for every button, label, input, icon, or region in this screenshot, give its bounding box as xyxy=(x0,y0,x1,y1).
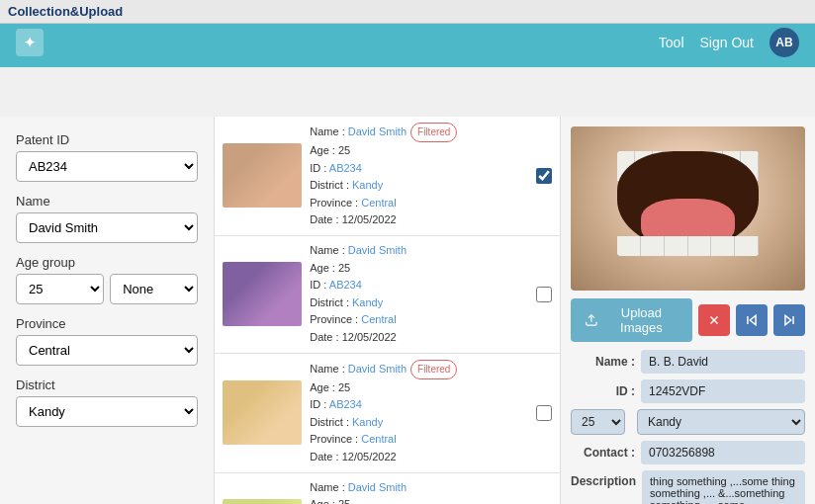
preview-image xyxy=(571,126,805,291)
detail-form: Name : ID : 25 Kandy Contact : xyxy=(571,350,805,504)
date-label-3: Date : xyxy=(310,451,341,462)
delete-button[interactable] xyxy=(698,304,730,336)
avatar[interactable]: AB xyxy=(770,28,799,57)
detail-name-label: Name : xyxy=(571,355,635,369)
name-label-1: Name : xyxy=(310,126,348,137)
item-checkbox-1[interactable] xyxy=(536,168,552,184)
item-right-3 xyxy=(536,405,552,421)
district-label-3: District : xyxy=(310,416,352,428)
image-thumb-2 xyxy=(223,262,302,326)
date-value-2: 12/05/2022 xyxy=(342,331,397,343)
upload-toolbar: Upload Images xyxy=(571,298,805,342)
detail-name-input[interactable] xyxy=(641,350,805,374)
name-value-4: David Smith xyxy=(348,481,407,493)
date-value-1: 12/05/2022 xyxy=(342,213,397,225)
district-group: District Kandy xyxy=(16,378,198,427)
age-value-3: 25 xyxy=(338,381,350,393)
upload-btn-label: Upload Images xyxy=(604,305,679,335)
image-info-4: Name : David Smith Age : 25 ID : AB234 D… xyxy=(310,479,528,505)
id-row: ID : xyxy=(571,379,805,403)
patent-id-group: Patent ID AB234 xyxy=(16,132,198,182)
image-info-3: Name : David SmithFiltered Age : 25 ID :… xyxy=(310,360,528,466)
contact-row: Contact : xyxy=(571,441,805,464)
next-button[interactable] xyxy=(773,304,805,336)
name-value-1: David Smith xyxy=(348,126,407,137)
name-value-2: David Smith xyxy=(348,244,407,256)
age-group: Age group 25 None xyxy=(16,255,198,304)
province-label-3: Province : xyxy=(310,433,361,445)
age-none-select[interactable]: None xyxy=(110,274,198,304)
image-info-1: Name : David SmithFiltered Age : 25 ID :… xyxy=(310,123,528,229)
age-value-4: 25 xyxy=(338,498,350,504)
date-label-2: Date : xyxy=(310,331,341,343)
detail-description-textarea[interactable]: thing something ,...some thing something… xyxy=(642,470,805,504)
item-checkbox-2[interactable] xyxy=(536,287,552,302)
age-label-4: Age : xyxy=(310,498,338,504)
tool-link[interactable]: Tool xyxy=(659,35,684,50)
id-label-2: ID : xyxy=(310,279,329,291)
name-label-3: Name : xyxy=(310,363,348,375)
image-list-panel: Name : David SmithFiltered Age : 25 ID :… xyxy=(215,117,561,504)
list-item: Name : David Smith Age : 25 ID : AB234 D… xyxy=(215,236,560,354)
province-value-2: Central xyxy=(361,313,396,325)
list-item: Name : David Smith Age : 25 ID : AB234 D… xyxy=(215,473,560,505)
age-label-3: Age : xyxy=(310,381,338,393)
district-select[interactable]: Kandy xyxy=(16,396,198,427)
name-group: Name David Smith xyxy=(16,194,198,243)
list-item: Name : David SmithFiltered Age : 25 ID :… xyxy=(215,354,560,473)
date-label-1: Date : xyxy=(310,213,341,225)
id-value-3: AB234 xyxy=(329,398,362,410)
detail-district-select[interactable]: Kandy xyxy=(637,409,805,435)
detail-contact-input[interactable] xyxy=(641,441,805,464)
image-thumb-1 xyxy=(223,143,302,208)
age-label-2: Age : xyxy=(310,262,338,274)
name-label-2: Name : xyxy=(310,244,348,256)
image-info-2: Name : David Smith Age : 25 ID : AB234 D… xyxy=(310,242,528,347)
close-icon xyxy=(707,313,721,327)
detail-description-label: Description xyxy=(571,470,636,488)
upload-images-button[interactable]: Upload Images xyxy=(571,298,692,342)
detail-panel: Upload Images Name : xyxy=(561,117,815,504)
item-checkbox-3[interactable] xyxy=(536,405,552,421)
province-select[interactable]: Central xyxy=(16,335,198,366)
sign-out-link[interactable]: Sign Out xyxy=(700,35,754,50)
detail-id-label: ID : xyxy=(571,384,635,398)
item-right-2 xyxy=(536,287,552,302)
province-label-2: Province : xyxy=(310,313,361,325)
age-label-1: Age : xyxy=(310,144,338,156)
upload-icon xyxy=(585,312,598,328)
image-thumb-3 xyxy=(223,380,302,445)
province-group: Province Central xyxy=(16,316,198,366)
district-label-2: District : xyxy=(310,296,352,308)
name-label-4: Name : xyxy=(310,481,348,493)
age-district-row: 25 Kandy xyxy=(571,409,805,435)
id-label-3: ID : xyxy=(310,398,329,410)
age-select[interactable]: 25 xyxy=(16,274,104,304)
list-item: Name : David SmithFiltered Age : 25 ID :… xyxy=(215,117,560,236)
id-label-1: ID : xyxy=(310,162,329,174)
name-label: Name xyxy=(16,194,198,209)
detail-age-select[interactable]: 25 xyxy=(571,409,625,435)
prev-button[interactable] xyxy=(736,304,768,336)
age-value-1: 25 xyxy=(338,144,350,156)
detail-id-input[interactable] xyxy=(641,379,805,403)
district-label: District xyxy=(16,378,198,392)
age-row: 25 None xyxy=(16,274,198,304)
id-value-1: AB234 xyxy=(329,162,362,174)
detail-contact-label: Contact : xyxy=(571,446,635,460)
filtered-badge-3: Filtered xyxy=(410,360,457,379)
patent-id-label: Patent ID xyxy=(16,132,198,147)
age-label: Age group xyxy=(16,255,198,270)
date-value-3: 12/05/2022 xyxy=(342,451,397,462)
header-logo: ✦ xyxy=(16,29,44,56)
logo-icon: ✦ xyxy=(16,29,44,56)
district-value-1: Kandy xyxy=(352,179,383,191)
patent-id-select[interactable]: AB234 xyxy=(16,151,198,182)
filter-panel: Patent ID AB234 Name David Smith Age gro… xyxy=(0,117,215,504)
name-row: Name : xyxy=(571,350,805,374)
district-label-1: District : xyxy=(310,179,352,191)
name-select[interactable]: David Smith xyxy=(16,212,198,243)
id-value-2: AB234 xyxy=(329,279,362,291)
item-right-1 xyxy=(536,168,552,184)
svg-marker-3 xyxy=(750,315,756,324)
